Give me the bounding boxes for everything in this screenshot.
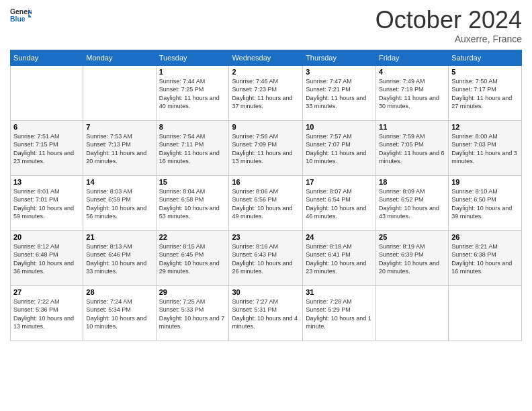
day-number: 15 xyxy=(159,178,226,186)
calendar-cell xyxy=(83,65,156,120)
calendar-cell: 29Sunrise: 7:25 AMSunset: 5:33 PMDayligh… xyxy=(156,285,229,340)
day-info: Sunrise: 8:18 AMSunset: 6:41 PMDaylight:… xyxy=(306,242,373,276)
week-row-1: 1Sunrise: 7:44 AMSunset: 7:25 PMDaylight… xyxy=(11,65,522,120)
day-number: 2 xyxy=(232,68,300,76)
calendar-cell: 14Sunrise: 8:03 AMSunset: 6:59 PMDayligh… xyxy=(83,175,156,230)
day-number: 12 xyxy=(451,123,519,131)
day-number: 18 xyxy=(379,178,445,186)
calendar-cell: 27Sunrise: 7:22 AMSunset: 5:36 PMDayligh… xyxy=(11,285,83,340)
day-info: Sunrise: 8:07 AMSunset: 6:54 PMDaylight:… xyxy=(306,187,373,221)
day-header-thursday: Thursday xyxy=(303,50,376,65)
day-number: 13 xyxy=(13,178,80,186)
calendar-cell: 23Sunrise: 8:16 AMSunset: 6:43 PMDayligh… xyxy=(229,230,303,285)
day-number: 14 xyxy=(86,178,152,186)
calendar-cell: 25Sunrise: 8:19 AMSunset: 6:39 PMDayligh… xyxy=(376,230,449,285)
day-info: Sunrise: 8:04 AMSunset: 6:58 PMDaylight:… xyxy=(159,187,226,221)
day-info: Sunrise: 7:57 AMSunset: 7:07 PMDaylight:… xyxy=(306,132,373,166)
day-info: Sunrise: 7:27 AMSunset: 5:31 PMDaylight:… xyxy=(232,298,300,331)
day-number: 22 xyxy=(159,233,226,241)
week-row-5: 27Sunrise: 7:22 AMSunset: 5:36 PMDayligh… xyxy=(11,285,522,340)
calendar-cell: 9Sunrise: 7:56 AMSunset: 7:09 PMDaylight… xyxy=(229,120,303,175)
day-info: Sunrise: 8:12 AMSunset: 6:48 PMDaylight:… xyxy=(13,242,80,276)
day-number: 26 xyxy=(451,233,519,241)
calendar-cell: 3Sunrise: 7:47 AMSunset: 7:21 PMDaylight… xyxy=(303,65,376,120)
day-header-monday: Monday xyxy=(83,50,156,65)
week-row-2: 6Sunrise: 7:51 AMSunset: 7:15 PMDaylight… xyxy=(11,120,522,175)
location: Auxerre, France xyxy=(375,34,522,44)
calendar-cell: 10Sunrise: 7:57 AMSunset: 7:07 PMDayligh… xyxy=(303,120,376,175)
calendar-cell: 22Sunrise: 8:15 AMSunset: 6:45 PMDayligh… xyxy=(156,230,229,285)
day-number: 9 xyxy=(232,123,300,131)
day-info: Sunrise: 7:44 AMSunset: 7:25 PMDaylight:… xyxy=(159,77,226,111)
day-info: Sunrise: 7:46 AMSunset: 7:23 PMDaylight:… xyxy=(232,77,300,111)
calendar-cell: 4Sunrise: 7:49 AMSunset: 7:19 PMDaylight… xyxy=(376,65,449,120)
day-info: Sunrise: 7:56 AMSunset: 7:09 PMDaylight:… xyxy=(232,132,300,166)
day-number: 4 xyxy=(379,68,445,76)
page-header: General Blue October 2024 Auxerre, Franc… xyxy=(10,7,522,44)
title-block: October 2024 Auxerre, France xyxy=(375,7,522,44)
day-info: Sunrise: 7:51 AMSunset: 7:15 PMDaylight:… xyxy=(13,132,80,166)
calendar-cell xyxy=(449,285,522,340)
calendar-cell: 16Sunrise: 8:06 AMSunset: 6:56 PMDayligh… xyxy=(229,175,303,230)
header-row: SundayMondayTuesdayWednesdayThursdayFrid… xyxy=(11,50,522,65)
day-info: Sunrise: 8:09 AMSunset: 6:52 PMDaylight:… xyxy=(379,187,445,221)
day-info: Sunrise: 7:28 AMSunset: 5:29 PMDaylight:… xyxy=(306,298,373,331)
calendar-table: SundayMondayTuesdayWednesdayThursdayFrid… xyxy=(10,50,522,341)
day-header-tuesday: Tuesday xyxy=(156,50,229,65)
day-number: 24 xyxy=(306,233,373,241)
day-info: Sunrise: 8:06 AMSunset: 6:56 PMDaylight:… xyxy=(232,187,300,221)
day-info: Sunrise: 7:59 AMSunset: 7:05 PMDaylight:… xyxy=(379,132,445,166)
day-info: Sunrise: 7:24 AMSunset: 5:34 PMDaylight:… xyxy=(86,298,152,331)
day-info: Sunrise: 8:00 AMSunset: 7:03 PMDaylight:… xyxy=(451,132,519,166)
day-info: Sunrise: 7:22 AMSunset: 5:36 PMDaylight:… xyxy=(13,298,80,331)
day-info: Sunrise: 8:19 AMSunset: 6:39 PMDaylight:… xyxy=(379,242,445,276)
calendar-cell xyxy=(376,285,449,340)
calendar-cell: 30Sunrise: 7:27 AMSunset: 5:31 PMDayligh… xyxy=(229,285,303,340)
day-number: 16 xyxy=(232,178,300,186)
logo: General Blue xyxy=(10,7,32,26)
calendar-cell: 17Sunrise: 8:07 AMSunset: 6:54 PMDayligh… xyxy=(303,175,376,230)
day-number: 31 xyxy=(306,288,373,296)
calendar-cell: 7Sunrise: 7:53 AMSunset: 7:13 PMDaylight… xyxy=(83,120,156,175)
day-info: Sunrise: 7:25 AMSunset: 5:33 PMDaylight:… xyxy=(159,298,226,331)
day-number: 7 xyxy=(86,123,152,131)
calendar-cell: 8Sunrise: 7:54 AMSunset: 7:11 PMDaylight… xyxy=(156,120,229,175)
month-title: October 2024 xyxy=(375,7,522,34)
week-row-3: 13Sunrise: 8:01 AMSunset: 7:01 PMDayligh… xyxy=(11,175,522,230)
day-number: 11 xyxy=(379,123,445,131)
day-number: 25 xyxy=(379,233,445,241)
logo-icon: General Blue xyxy=(10,7,32,26)
day-info: Sunrise: 8:15 AMSunset: 6:45 PMDaylight:… xyxy=(159,242,226,276)
day-number: 6 xyxy=(13,123,80,131)
day-number: 8 xyxy=(159,123,226,131)
calendar-cell: 20Sunrise: 8:12 AMSunset: 6:48 PMDayligh… xyxy=(11,230,83,285)
week-row-4: 20Sunrise: 8:12 AMSunset: 6:48 PMDayligh… xyxy=(11,230,522,285)
day-info: Sunrise: 7:50 AMSunset: 7:17 PMDaylight:… xyxy=(451,77,519,111)
calendar-cell: 11Sunrise: 7:59 AMSunset: 7:05 PMDayligh… xyxy=(376,120,449,175)
day-info: Sunrise: 7:54 AMSunset: 7:11 PMDaylight:… xyxy=(159,132,226,166)
calendar-cell: 31Sunrise: 7:28 AMSunset: 5:29 PMDayligh… xyxy=(303,285,376,340)
day-number: 1 xyxy=(159,68,226,76)
calendar-cell: 28Sunrise: 7:24 AMSunset: 5:34 PMDayligh… xyxy=(83,285,156,340)
calendar-cell: 13Sunrise: 8:01 AMSunset: 7:01 PMDayligh… xyxy=(11,175,83,230)
calendar-cell: 1Sunrise: 7:44 AMSunset: 7:25 PMDaylight… xyxy=(156,65,229,120)
day-header-wednesday: Wednesday xyxy=(229,50,303,65)
day-header-friday: Friday xyxy=(376,50,449,65)
day-header-sunday: Sunday xyxy=(11,50,83,65)
day-number: 28 xyxy=(86,288,152,296)
calendar-cell: 19Sunrise: 8:10 AMSunset: 6:50 PMDayligh… xyxy=(449,175,522,230)
calendar-cell: 26Sunrise: 8:21 AMSunset: 6:38 PMDayligh… xyxy=(449,230,522,285)
day-info: Sunrise: 8:13 AMSunset: 6:46 PMDaylight:… xyxy=(86,242,152,276)
calendar-cell: 18Sunrise: 8:09 AMSunset: 6:52 PMDayligh… xyxy=(376,175,449,230)
day-number: 17 xyxy=(306,178,373,186)
calendar-page: General Blue October 2024 Auxerre, Franc… xyxy=(0,0,532,411)
day-number: 29 xyxy=(159,288,226,296)
day-info: Sunrise: 8:01 AMSunset: 7:01 PMDaylight:… xyxy=(13,187,80,221)
calendar-cell xyxy=(11,65,83,120)
calendar-cell: 15Sunrise: 8:04 AMSunset: 6:58 PMDayligh… xyxy=(156,175,229,230)
day-number: 30 xyxy=(232,288,300,296)
day-header-saturday: Saturday xyxy=(449,50,522,65)
day-info: Sunrise: 8:21 AMSunset: 6:38 PMDaylight:… xyxy=(451,242,519,276)
calendar-cell: 5Sunrise: 7:50 AMSunset: 7:17 PMDaylight… xyxy=(449,65,522,120)
calendar-cell: 6Sunrise: 7:51 AMSunset: 7:15 PMDaylight… xyxy=(11,120,83,175)
